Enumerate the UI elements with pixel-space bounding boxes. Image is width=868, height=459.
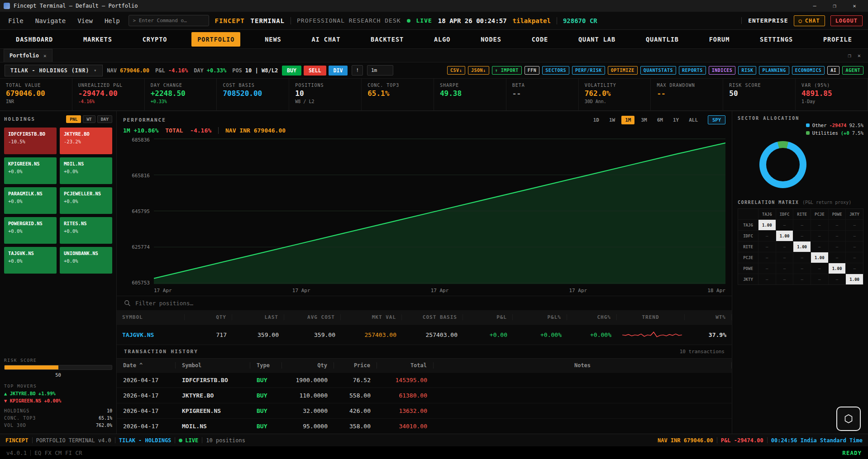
holding-tile-unionbank-ns[interactable]: UNIONBANK.NS+0.0% bbox=[60, 247, 112, 274]
holding-tile-kpigreen-ns[interactable]: KPIGREEN.NS+0.0% bbox=[4, 157, 57, 184]
transactions-table: Date ^SymbolTypeQtyPriceTotalNotes2026-0… bbox=[117, 358, 732, 434]
chip-ai[interactable]: AI bbox=[827, 66, 839, 75]
chip-json[interactable]: JSON↓ bbox=[468, 66, 489, 75]
timeframe-1y[interactable]: 1Y bbox=[669, 116, 682, 124]
nav-tab-backtest[interactable]: BACKTEST bbox=[365, 32, 410, 47]
transactions-col-price[interactable]: Price bbox=[334, 362, 377, 369]
nav-tab-nodes[interactable]: NODES bbox=[475, 32, 507, 47]
positions-col-symbol[interactable]: SYMBOL bbox=[117, 314, 185, 320]
buy-button[interactable]: BUY bbox=[282, 66, 301, 76]
assistant-fab-button[interactable] bbox=[836, 407, 861, 431]
holdings-mode-day[interactable]: DAY bbox=[97, 115, 112, 123]
timeframe-1m[interactable]: 1M bbox=[621, 116, 634, 124]
nav-tab-crypto[interactable]: CRYPTO bbox=[137, 32, 173, 47]
benchmark-spy-button[interactable]: SPY bbox=[708, 115, 725, 124]
popout-icon[interactable]: ❐ bbox=[848, 52, 851, 59]
nav-tab-markets[interactable]: MARKETS bbox=[77, 32, 118, 47]
transaction-row-jktyre-bo[interactable]: 2026-04-17JKTYRE.BOBUY110.0000558.006138… bbox=[117, 388, 732, 403]
position-row-tajgvk-ns[interactable]: TAJGVK.NS717359.00359.00257403.00257403.… bbox=[117, 324, 732, 345]
chip-risk[interactable]: RISK bbox=[738, 66, 756, 75]
command-input[interactable] bbox=[129, 15, 209, 26]
timeframe-3m[interactable]: 3M bbox=[637, 116, 650, 124]
nav-tab-forum[interactable]: FORUM bbox=[703, 32, 736, 47]
chip-csv[interactable]: CSV↓ bbox=[447, 66, 465, 75]
timeframe-1d[interactable]: 1D bbox=[590, 116, 603, 124]
nav-tab-news[interactable]: NEWS bbox=[259, 32, 287, 47]
transaction-row-moil-ns[interactable]: 2026-04-17MOIL.NSBUY95.0000358.0034010.0… bbox=[117, 418, 732, 434]
menu-file[interactable]: File bbox=[5, 15, 26, 26]
transactions-col-type[interactable]: Type bbox=[250, 362, 282, 369]
positions-col-trend[interactable]: TREND bbox=[617, 314, 685, 320]
holding-tile-pcjeweller-ns[interactable]: PCJEWELLER.NS+0.0% bbox=[60, 187, 112, 214]
nav-tab-settings[interactable]: SETTINGS bbox=[754, 32, 799, 47]
positions-col-qty[interactable]: QTY bbox=[185, 314, 232, 320]
portfolio-select[interactable]: TILAK - HOLDINGS (INR) ▾ bbox=[5, 65, 103, 76]
holding-tile-paragmilk-ns[interactable]: PARAGMILK.NS+0.0% bbox=[4, 187, 57, 214]
positions-filter-input[interactable] bbox=[135, 300, 725, 307]
timeframe-all[interactable]: ALL bbox=[685, 116, 701, 124]
nav-tab-portfolio[interactable]: PORTFOLIO bbox=[191, 32, 240, 47]
holdings-mode-pnl[interactable]: PNL bbox=[66, 115, 81, 123]
holding-tile-powergrid-ns[interactable]: POWERGRID.NS+0.0% bbox=[4, 217, 57, 244]
nav-tab-ai-chat[interactable]: AI CHAT bbox=[305, 32, 346, 47]
sell-button[interactable]: SELL bbox=[304, 66, 326, 76]
minimize-icon[interactable]: — bbox=[805, 0, 825, 12]
corr-row-jkty: JKTY bbox=[738, 274, 758, 284]
chip-agent[interactable]: AGENT bbox=[842, 66, 863, 75]
transactions-col-total[interactable]: Total bbox=[377, 362, 434, 369]
holding-tile-jktyre-bo[interactable]: JKTYRE.BO-23.2% bbox=[60, 128, 112, 154]
positions-col-p-l[interactable]: P&L bbox=[463, 314, 513, 320]
chat-button[interactable]: ○ CHAT bbox=[794, 15, 825, 26]
transaction-row-kpigreen-ns[interactable]: 2026-04-17KPIGREEN.NSBUY32.0000426.00136… bbox=[117, 403, 732, 418]
transactions-col-qty[interactable]: Qty bbox=[282, 362, 334, 369]
chip-import[interactable]: ↑ IMPORT bbox=[492, 66, 522, 75]
holding-tile-rites-ns[interactable]: RITES.NS+0.0% bbox=[60, 217, 112, 244]
total-return: TOTAL -4.16% bbox=[165, 127, 211, 134]
holding-tile-tajgvk-ns[interactable]: TAJGVK.NS+0.0% bbox=[4, 247, 57, 274]
nav-tab-algo[interactable]: ALGO bbox=[428, 32, 457, 47]
chat-icon: ○ bbox=[799, 18, 802, 24]
transactions-col-date[interactable]: Date ^ bbox=[117, 362, 176, 369]
chip-indices[interactable]: INDICES bbox=[709, 66, 736, 75]
interval-select[interactable]: 1m bbox=[367, 65, 393, 76]
timeframe-6m[interactable]: 6M bbox=[653, 116, 667, 124]
maximize-icon[interactable]: ❐ bbox=[825, 0, 844, 12]
nav-tab-profile[interactable]: PROFILE bbox=[817, 32, 858, 47]
chip-reports[interactable]: REPORTS bbox=[679, 66, 706, 75]
menu-help[interactable]: Help bbox=[102, 15, 123, 26]
chip-optimize[interactable]: OPTIMIZE bbox=[608, 66, 638, 75]
nav-tab-code[interactable]: CODE bbox=[526, 32, 554, 47]
chip-perf-risk[interactable]: PERF/RISK bbox=[572, 66, 605, 75]
holding-tile-idfcfirstb-bo[interactable]: IDFCFIRSTB.BO-10.5% bbox=[4, 128, 57, 154]
positions-col-cost-basis[interactable]: COST BASIS bbox=[402, 314, 463, 320]
menu-view[interactable]: View bbox=[75, 15, 95, 26]
nav-tab-dashboard[interactable]: DASHBOARD bbox=[10, 32, 59, 47]
positions-col-wt[interactable]: WT% bbox=[685, 314, 732, 320]
tab-portfolio[interactable]: Portfolio ✕ bbox=[4, 49, 52, 62]
positions-col-last[interactable]: LAST bbox=[232, 314, 284, 320]
chip-ffn[interactable]: FFN bbox=[525, 66, 540, 75]
logout-button[interactable]: LOGOUT bbox=[830, 15, 863, 26]
timeframe-1w[interactable]: 1W bbox=[606, 116, 619, 124]
menu-navigate[interactable]: Navigate bbox=[33, 15, 68, 26]
holding-tile-moil-ns[interactable]: MOIL.NS+0.0% bbox=[60, 157, 112, 184]
transaction-row-idfcfirstb-bo[interactable]: 2026-04-17IDFCFIRSTB.BOBUY1900.000076.52… bbox=[117, 372, 732, 388]
positions-col-p-l[interactable]: P&L% bbox=[513, 314, 567, 320]
div-button[interactable]: DIV bbox=[329, 66, 348, 76]
positions-col-chg[interactable]: CHG% bbox=[567, 314, 617, 320]
positions-col-avg-cost[interactable]: AVG COST bbox=[284, 314, 341, 320]
close-icon[interactable]: ✕ bbox=[844, 0, 864, 12]
tab-close-icon[interactable]: ✕ bbox=[43, 53, 47, 59]
chip-sectors[interactable]: SECTORS bbox=[542, 66, 569, 75]
alert-button[interactable]: ! bbox=[352, 65, 363, 76]
chip-quantstats[interactable]: QUANTSTATS bbox=[640, 66, 676, 75]
positions-col-mkt-val[interactable]: MKT VAL bbox=[341, 314, 402, 320]
nav-tab-quantlib[interactable]: QUANTLIB bbox=[640, 32, 685, 47]
nav-tab-quant-lab[interactable]: QUANT LAB bbox=[572, 32, 621, 47]
transactions-col-symbol[interactable]: Symbol bbox=[176, 362, 250, 369]
chip-economics[interactable]: ECONOMICS bbox=[792, 66, 825, 75]
holdings-mode-wt[interactable]: WT bbox=[83, 115, 95, 123]
chip-planning[interactable]: PLANNING bbox=[759, 66, 789, 75]
transactions-col-notes[interactable]: Notes bbox=[434, 362, 732, 369]
tabbar-close-icon[interactable]: ✕ bbox=[858, 52, 861, 59]
